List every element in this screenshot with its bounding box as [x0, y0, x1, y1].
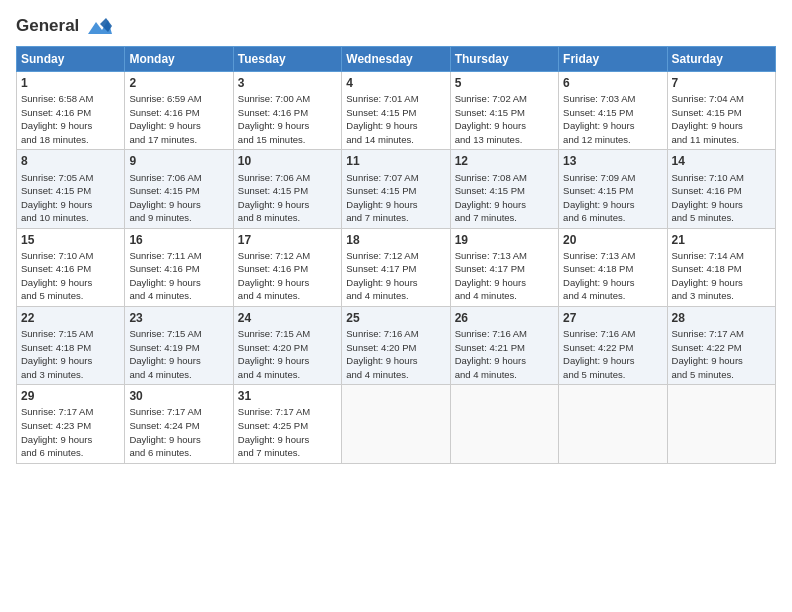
day-number: 18	[346, 232, 445, 248]
day-info: Sunrise: 7:10 AM Sunset: 4:16 PM Dayligh…	[672, 172, 744, 224]
day-number: 13	[563, 153, 662, 169]
day-info: Sunrise: 7:09 AM Sunset: 4:15 PM Dayligh…	[563, 172, 635, 224]
day-info: Sunrise: 7:17 AM Sunset: 4:23 PM Dayligh…	[21, 406, 93, 458]
calendar-cell: 7Sunrise: 7:04 AM Sunset: 4:15 PM Daylig…	[667, 72, 775, 150]
calendar-cell: 9Sunrise: 7:06 AM Sunset: 4:15 PM Daylig…	[125, 150, 233, 228]
day-info: Sunrise: 7:11 AM Sunset: 4:16 PM Dayligh…	[129, 250, 201, 302]
day-info: Sunrise: 7:14 AM Sunset: 4:18 PM Dayligh…	[672, 250, 744, 302]
weekday-header-thursday: Thursday	[450, 47, 558, 72]
day-info: Sunrise: 7:05 AM Sunset: 4:15 PM Dayligh…	[21, 172, 93, 224]
weekday-header-saturday: Saturday	[667, 47, 775, 72]
day-info: Sunrise: 7:07 AM Sunset: 4:15 PM Dayligh…	[346, 172, 418, 224]
day-number: 6	[563, 75, 662, 91]
day-number: 29	[21, 388, 120, 404]
day-info: Sunrise: 7:16 AM Sunset: 4:21 PM Dayligh…	[455, 328, 527, 380]
day-number: 15	[21, 232, 120, 248]
day-info: Sunrise: 7:15 AM Sunset: 4:18 PM Dayligh…	[21, 328, 93, 380]
calendar-cell: 2Sunrise: 6:59 AM Sunset: 4:16 PM Daylig…	[125, 72, 233, 150]
calendar-cell: 18Sunrise: 7:12 AM Sunset: 4:17 PM Dayli…	[342, 228, 450, 306]
calendar-cell: 31Sunrise: 7:17 AM Sunset: 4:25 PM Dayli…	[233, 385, 341, 463]
day-info: Sunrise: 7:03 AM Sunset: 4:15 PM Dayligh…	[563, 93, 635, 145]
calendar-cell	[342, 385, 450, 463]
calendar-cell	[667, 385, 775, 463]
calendar-cell: 26Sunrise: 7:16 AM Sunset: 4:21 PM Dayli…	[450, 306, 558, 384]
day-number: 28	[672, 310, 771, 326]
calendar-cell: 13Sunrise: 7:09 AM Sunset: 4:15 PM Dayli…	[559, 150, 667, 228]
calendar-week-2: 8Sunrise: 7:05 AM Sunset: 4:15 PM Daylig…	[17, 150, 776, 228]
day-info: Sunrise: 7:00 AM Sunset: 4:16 PM Dayligh…	[238, 93, 310, 145]
calendar-cell: 11Sunrise: 7:07 AM Sunset: 4:15 PM Dayli…	[342, 150, 450, 228]
day-number: 20	[563, 232, 662, 248]
weekday-header-friday: Friday	[559, 47, 667, 72]
day-number: 23	[129, 310, 228, 326]
day-number: 27	[563, 310, 662, 326]
calendar-cell: 28Sunrise: 7:17 AM Sunset: 4:22 PM Dayli…	[667, 306, 775, 384]
day-number: 21	[672, 232, 771, 248]
day-number: 11	[346, 153, 445, 169]
page-container: General SundayMondayTuesdayWednesdayThur…	[0, 0, 792, 472]
day-info: Sunrise: 6:58 AM Sunset: 4:16 PM Dayligh…	[21, 93, 93, 145]
day-info: Sunrise: 7:13 AM Sunset: 4:18 PM Dayligh…	[563, 250, 635, 302]
calendar-cell: 4Sunrise: 7:01 AM Sunset: 4:15 PM Daylig…	[342, 72, 450, 150]
calendar-week-5: 29Sunrise: 7:17 AM Sunset: 4:23 PM Dayli…	[17, 385, 776, 463]
calendar-cell: 15Sunrise: 7:10 AM Sunset: 4:16 PM Dayli…	[17, 228, 125, 306]
day-info: Sunrise: 7:16 AM Sunset: 4:22 PM Dayligh…	[563, 328, 635, 380]
calendar-cell: 20Sunrise: 7:13 AM Sunset: 4:18 PM Dayli…	[559, 228, 667, 306]
weekday-header-sunday: Sunday	[17, 47, 125, 72]
calendar-cell: 22Sunrise: 7:15 AM Sunset: 4:18 PM Dayli…	[17, 306, 125, 384]
day-number: 3	[238, 75, 337, 91]
calendar-cell: 10Sunrise: 7:06 AM Sunset: 4:15 PM Dayli…	[233, 150, 341, 228]
calendar-cell: 14Sunrise: 7:10 AM Sunset: 4:16 PM Dayli…	[667, 150, 775, 228]
calendar-header: SundayMondayTuesdayWednesdayThursdayFrid…	[17, 47, 776, 72]
calendar-cell: 23Sunrise: 7:15 AM Sunset: 4:19 PM Dayli…	[125, 306, 233, 384]
calendar-body: 1Sunrise: 6:58 AM Sunset: 4:16 PM Daylig…	[17, 72, 776, 464]
day-info: Sunrise: 7:08 AM Sunset: 4:15 PM Dayligh…	[455, 172, 527, 224]
weekday-header-monday: Monday	[125, 47, 233, 72]
calendar-week-3: 15Sunrise: 7:10 AM Sunset: 4:16 PM Dayli…	[17, 228, 776, 306]
calendar-week-4: 22Sunrise: 7:15 AM Sunset: 4:18 PM Dayli…	[17, 306, 776, 384]
calendar-cell: 3Sunrise: 7:00 AM Sunset: 4:16 PM Daylig…	[233, 72, 341, 150]
calendar-cell	[450, 385, 558, 463]
day-number: 17	[238, 232, 337, 248]
day-number: 9	[129, 153, 228, 169]
day-number: 26	[455, 310, 554, 326]
day-info: Sunrise: 7:17 AM Sunset: 4:22 PM Dayligh…	[672, 328, 744, 380]
day-info: Sunrise: 7:12 AM Sunset: 4:16 PM Dayligh…	[238, 250, 310, 302]
calendar-cell: 29Sunrise: 7:17 AM Sunset: 4:23 PM Dayli…	[17, 385, 125, 463]
day-info: Sunrise: 7:06 AM Sunset: 4:15 PM Dayligh…	[129, 172, 201, 224]
calendar-cell: 21Sunrise: 7:14 AM Sunset: 4:18 PM Dayli…	[667, 228, 775, 306]
header: General	[16, 12, 776, 38]
weekday-header-tuesday: Tuesday	[233, 47, 341, 72]
calendar-cell: 5Sunrise: 7:02 AM Sunset: 4:15 PM Daylig…	[450, 72, 558, 150]
day-number: 10	[238, 153, 337, 169]
day-info: Sunrise: 7:12 AM Sunset: 4:17 PM Dayligh…	[346, 250, 418, 302]
day-number: 30	[129, 388, 228, 404]
calendar-cell: 25Sunrise: 7:16 AM Sunset: 4:20 PM Dayli…	[342, 306, 450, 384]
day-info: Sunrise: 7:04 AM Sunset: 4:15 PM Dayligh…	[672, 93, 744, 145]
day-number: 7	[672, 75, 771, 91]
calendar-cell: 27Sunrise: 7:16 AM Sunset: 4:22 PM Dayli…	[559, 306, 667, 384]
day-info: Sunrise: 7:06 AM Sunset: 4:15 PM Dayligh…	[238, 172, 310, 224]
day-info: Sunrise: 6:59 AM Sunset: 4:16 PM Dayligh…	[129, 93, 201, 145]
day-info: Sunrise: 7:10 AM Sunset: 4:16 PM Dayligh…	[21, 250, 93, 302]
calendar-week-1: 1Sunrise: 6:58 AM Sunset: 4:16 PM Daylig…	[17, 72, 776, 150]
day-number: 12	[455, 153, 554, 169]
day-info: Sunrise: 7:13 AM Sunset: 4:17 PM Dayligh…	[455, 250, 527, 302]
day-number: 24	[238, 310, 337, 326]
day-info: Sunrise: 7:15 AM Sunset: 4:19 PM Dayligh…	[129, 328, 201, 380]
day-number: 8	[21, 153, 120, 169]
days-of-week-row: SundayMondayTuesdayWednesdayThursdayFrid…	[17, 47, 776, 72]
logo-text: General	[16, 16, 114, 38]
calendar-cell: 16Sunrise: 7:11 AM Sunset: 4:16 PM Dayli…	[125, 228, 233, 306]
day-number: 4	[346, 75, 445, 91]
day-number: 16	[129, 232, 228, 248]
day-info: Sunrise: 7:17 AM Sunset: 4:24 PM Dayligh…	[129, 406, 201, 458]
calendar-cell: 30Sunrise: 7:17 AM Sunset: 4:24 PM Dayli…	[125, 385, 233, 463]
day-number: 5	[455, 75, 554, 91]
day-info: Sunrise: 7:01 AM Sunset: 4:15 PM Dayligh…	[346, 93, 418, 145]
day-number: 31	[238, 388, 337, 404]
day-number: 22	[21, 310, 120, 326]
day-number: 2	[129, 75, 228, 91]
logo-bird-icon	[86, 16, 114, 38]
day-number: 14	[672, 153, 771, 169]
